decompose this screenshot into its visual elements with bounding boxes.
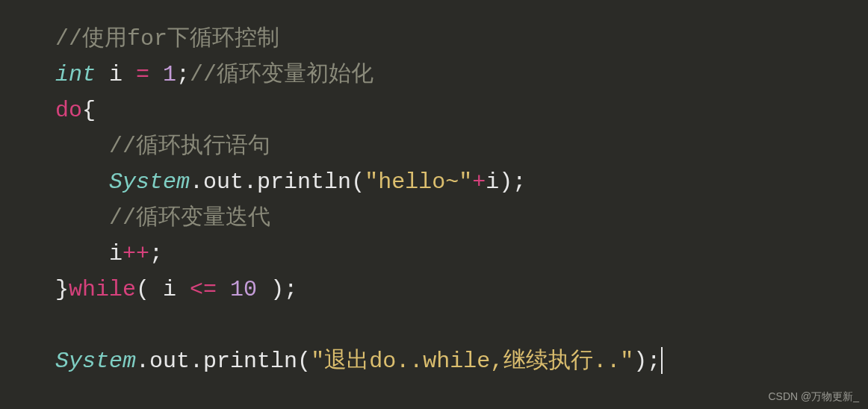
comment: //循环执行语句 bbox=[109, 134, 270, 159]
text-cursor bbox=[661, 347, 663, 374]
code-line-1: //使用for下循环控制 bbox=[55, 21, 868, 57]
assign-operator: = bbox=[136, 62, 149, 87]
code-line-3: do{ bbox=[55, 93, 868, 128]
code-line-10: System.out.println("退出do..while,继续执行..")… bbox=[55, 343, 868, 379]
string-literal: "退出do..while,继续执行.." bbox=[311, 349, 633, 374]
close-brace: } bbox=[55, 277, 69, 302]
semicolon: ; bbox=[149, 241, 163, 266]
method-println: println bbox=[203, 349, 297, 374]
semicolon: ; bbox=[647, 349, 660, 374]
plus-operator: + bbox=[472, 169, 486, 195]
semicolon: ; bbox=[284, 277, 297, 302]
code-line-2: int i = 1;//循环变量初始化 bbox=[55, 57, 868, 93]
while-keyword: while bbox=[69, 277, 136, 302]
method-println: println bbox=[257, 169, 351, 195]
semicolon: ; bbox=[512, 169, 526, 195]
identifier-i: i bbox=[163, 277, 190, 302]
identifier-i: i bbox=[486, 169, 499, 195]
field-out: out bbox=[203, 169, 244, 195]
number-literal: 1 bbox=[163, 62, 176, 87]
semicolon: ; bbox=[176, 62, 190, 87]
code-line-6: //循环变量迭代 bbox=[55, 200, 868, 236]
class-system: System bbox=[55, 349, 136, 374]
code-block: //使用for下循环控制 int i = 1;//循环变量初始化 do{ //循… bbox=[55, 21, 868, 379]
code-line-4: //循环执行语句 bbox=[55, 128, 868, 164]
comment: //循环变量初始化 bbox=[190, 62, 373, 87]
code-line-8: }while( i <= 10 ); bbox=[55, 272, 868, 307]
identifier-i: i bbox=[96, 62, 136, 87]
code-line-5: System.out.println("hello~"+i); bbox=[55, 164, 868, 200]
open-brace: { bbox=[82, 98, 96, 123]
identifier-i: i bbox=[109, 241, 123, 266]
code-line-7: i++; bbox=[55, 236, 868, 272]
code-line-blank bbox=[55, 307, 868, 343]
do-keyword: do bbox=[55, 98, 82, 123]
string-literal: "hello~" bbox=[365, 169, 472, 195]
increment-operator: ++ bbox=[123, 241, 149, 266]
comment: //循环变量迭代 bbox=[109, 205, 270, 231]
comment: //使用for下循环控制 bbox=[55, 26, 279, 51]
type-keyword: int bbox=[55, 62, 96, 87]
field-out: out bbox=[149, 349, 190, 374]
number-literal: 10 bbox=[230, 277, 257, 302]
lte-operator: <= bbox=[190, 277, 217, 302]
class-system: System bbox=[109, 169, 190, 195]
watermark: CSDN @万物更新_ bbox=[768, 388, 859, 405]
